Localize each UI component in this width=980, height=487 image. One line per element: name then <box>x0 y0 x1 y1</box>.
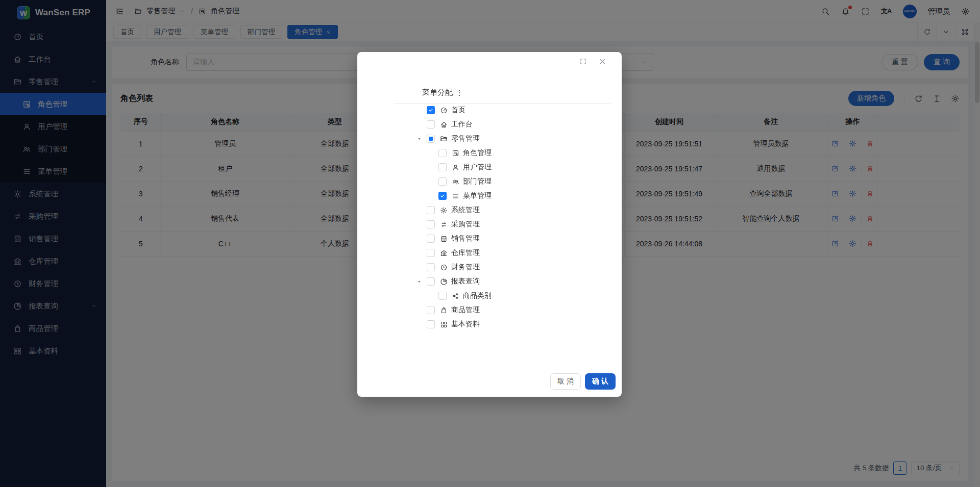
checkbox-unchecked[interactable] <box>427 120 435 129</box>
bank-icon <box>440 249 448 257</box>
cancel-button[interactable]: 取 消 <box>550 373 581 390</box>
confirm-button[interactable]: 确 认 <box>585 373 616 390</box>
tree-node-home[interactable]: 首页 <box>357 103 614 117</box>
folder-icon <box>440 135 448 143</box>
home-icon <box>440 121 448 129</box>
tree-node-purchase[interactable]: 采购管理 <box>357 217 614 232</box>
checkbox-unchecked[interactable] <box>427 306 435 314</box>
team-icon <box>452 178 459 186</box>
tree-node-finance[interactable]: 财务管理 <box>357 260 614 274</box>
tree-node-basic[interactable]: 基本资料 <box>357 317 614 331</box>
tree-node-report[interactable]: 报表查询 <box>357 274 614 289</box>
checkbox-unchecked[interactable] <box>438 149 447 157</box>
more-vertical-icon: ⋮ <box>456 88 463 97</box>
pie-chart-icon <box>440 278 448 286</box>
checkbox-unchecked[interactable] <box>427 320 435 328</box>
tree-node-user[interactable]: 用户管理 <box>357 160 614 174</box>
dialog-fullscreen-icon[interactable] <box>579 58 587 65</box>
calculator-icon <box>440 235 448 243</box>
checkbox-unchecked[interactable] <box>427 263 435 271</box>
checkbox-checked[interactable] <box>438 192 447 200</box>
share-icon <box>452 292 459 300</box>
gauge-icon <box>440 107 448 114</box>
tree-node-menu[interactable]: 菜单管理 <box>357 189 614 203</box>
bag-icon <box>440 306 448 314</box>
menu-tree: 首页 工作台 零售管理 角色管理 用户管理 <box>357 103 614 331</box>
checkbox-unchecked[interactable] <box>427 220 435 228</box>
tree-node-sales[interactable]: 销售管理 <box>357 232 614 246</box>
tree-node-product[interactable]: 商品管理 <box>357 303 614 317</box>
tree-node-workbench[interactable]: 工作台 <box>357 117 614 132</box>
grid-icon <box>440 321 448 328</box>
tree-node-system[interactable]: 系统管理 <box>357 203 614 217</box>
checkbox-unchecked[interactable] <box>427 235 435 243</box>
checkbox-checked[interactable] <box>427 106 435 114</box>
tree-node-dept[interactable]: 部门管理 <box>357 174 614 189</box>
caret-down-icon[interactable] <box>416 279 422 285</box>
tree-node-role[interactable]: 角色管理 <box>357 146 614 160</box>
checkbox-unchecked[interactable] <box>427 206 435 214</box>
menu-lines-icon <box>452 192 459 200</box>
role-icon <box>452 149 459 157</box>
checkbox-unchecked[interactable] <box>427 277 435 286</box>
checkbox-unchecked[interactable] <box>427 249 435 257</box>
tree-node-retail[interactable]: 零售管理 <box>357 132 614 146</box>
menu-assign-dialog: 菜单分配 ⋮ 首页 工作台 零售管理 角色管理 <box>357 52 622 397</box>
swap-icon <box>440 221 448 228</box>
user-icon <box>452 164 459 171</box>
tree-node-warehouse[interactable]: 仓库管理 <box>357 246 614 260</box>
dialog-field-label: 菜单分配 ⋮ <box>422 88 463 97</box>
caret-down-icon[interactable] <box>416 136 422 142</box>
dialog-tools <box>579 58 606 65</box>
checkbox-indeterminate[interactable] <box>427 135 435 143</box>
checkbox-unchecked[interactable] <box>438 163 447 171</box>
checkbox-unchecked[interactable] <box>438 292 447 300</box>
dialog-close-icon[interactable] <box>599 58 606 65</box>
gear-icon <box>440 207 448 214</box>
tree-node-category[interactable]: 商品类别 <box>357 289 614 303</box>
checkbox-unchecked[interactable] <box>438 177 447 186</box>
clock-icon <box>440 264 448 271</box>
